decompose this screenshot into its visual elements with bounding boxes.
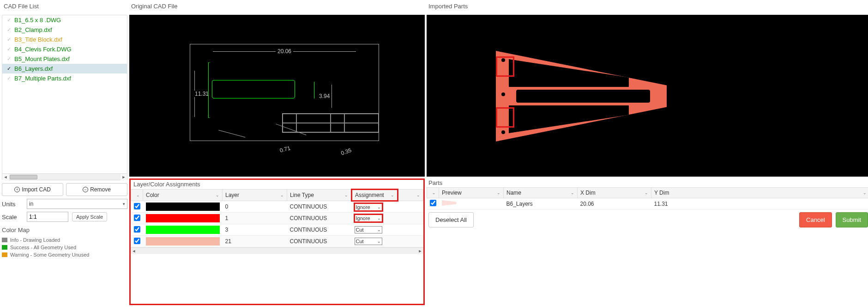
layer-name-cell: 3 (223, 224, 287, 236)
original-cad-viewport[interactable]: 20.06 11.31 3.94 ⌀ 0.35 ⌀ 0.71 (129, 15, 425, 177)
chevron-down-icon: ⌄ (377, 205, 381, 209)
parts-th-xdim[interactable]: X Dim⌄ (578, 188, 651, 198)
layer-th-blank[interactable]: ⌄ (398, 190, 423, 201)
scroll-thumb[interactable] (10, 175, 37, 179)
layer-table-scrollbar[interactable]: ◄ ► (131, 247, 423, 254)
parts-th-check[interactable]: ⌄ (427, 188, 439, 198)
layer-linetype-cell: CONTINUOUS (287, 213, 352, 224)
units-select[interactable]: in ▾ (27, 199, 127, 209)
file-item[interactable]: ✓B2_Clamp.dxf (2, 25, 127, 35)
layer-row-checkbox[interactable] (134, 203, 140, 209)
scroll-left-icon[interactable]: ◄ (2, 174, 9, 180)
legend-swatch (2, 252, 7, 257)
chevron-down-icon: ⌄ (391, 193, 394, 197)
file-item-label: B7_Multiple Parts.dxf (14, 75, 71, 82)
chevron-down-icon: ⌄ (416, 193, 420, 197)
apply-scale-button[interactable]: Apply Scale (72, 212, 107, 221)
layer-panel-title: Layer/Color Assignments (131, 180, 423, 189)
layer-th-check[interactable]: ⌄ (131, 190, 143, 201)
scroll-right-icon[interactable]: ► (417, 249, 423, 253)
layer-color-swatch (146, 214, 220, 222)
parts-th-ydim[interactable]: Y Dim⌄ (651, 188, 868, 198)
cad-part-slot (212, 80, 295, 98)
check-icon: ✓ (6, 27, 12, 33)
check-icon: ✓ (6, 56, 12, 62)
file-item[interactable]: ✓B1_6.5 x 8 .DWG (2, 15, 127, 25)
file-item[interactable]: ✓B5_Mount Plates.dxf (2, 54, 127, 64)
legend-label: Warning - Some Geometry Unused (10, 252, 89, 258)
file-item-label: B6_Layers.dxf (14, 65, 53, 72)
plus-icon: + (14, 187, 20, 192)
import-cad-button[interactable]: + Import CAD (2, 183, 63, 196)
layer-row-checkbox[interactable] (134, 238, 140, 244)
layer-th-layer[interactable]: Layer⌄ (223, 190, 287, 201)
file-item-label: B1_6.5 x 8 .DWG (14, 17, 61, 24)
file-item-label: B2_Clamp.dxf (14, 26, 52, 33)
parts-th-preview[interactable]: Preview⌄ (439, 188, 504, 198)
parts-row-checkbox[interactable] (430, 200, 436, 206)
imported-part-shape (496, 51, 667, 141)
chevron-down-icon: ⌄ (377, 239, 381, 244)
parts-row: B6_Layers20.0611.31 (427, 198, 868, 209)
highlight-box-bottom (496, 107, 514, 128)
layer-th-color[interactable]: Color⌄ (143, 190, 223, 201)
assignment-select[interactable]: Ignore⌄ (355, 215, 382, 222)
layer-linetype-cell: CONTINUOUS (287, 224, 352, 236)
chevron-down-icon: ⌄ (216, 193, 219, 197)
cancel-button[interactable]: Cancel (799, 212, 832, 227)
layer-th-linetype[interactable]: Line Type⌄ (287, 190, 352, 201)
layer-linetype-cell: CONTINUOUS (287, 201, 352, 213)
file-item[interactable]: ✓B4_Clevis Fork.DWG (2, 44, 127, 54)
file-list-scrollbar[interactable]: ◄ ► (2, 173, 127, 180)
check-icon: ✓ (6, 47, 12, 52)
file-item[interactable]: ✓B6_Layers.dxf (2, 64, 127, 74)
file-list: ✓B1_6.5 x 8 .DWG✓B2_Clamp.dxf✓B3_Title B… (2, 15, 127, 180)
color-map-title: Color Map (2, 227, 127, 233)
file-item-label: B3_Title Block.dxf (14, 36, 62, 43)
part-xdim-cell: 20.06 (578, 198, 651, 209)
legend-item: Success - All Geometry Used (2, 244, 127, 251)
layer-assignments-panel: Layer/Color Assignments ⌄ Color⌄ Layer⌄ … (129, 178, 425, 305)
layer-row-checkbox[interactable] (134, 215, 140, 221)
layer-color-swatch (146, 237, 220, 246)
layer-th-assignment[interactable]: Assignment⌄ (352, 190, 398, 201)
assignment-value: Ignore (356, 215, 370, 221)
import-cad-label: Import CAD (22, 186, 51, 193)
cad-dim-width: 20.06 (213, 51, 356, 58)
file-item[interactable]: ✓B3_Title Block.dxf (2, 35, 127, 44)
parts-title: Parts (427, 178, 868, 187)
scroll-right-icon[interactable]: ► (121, 174, 127, 180)
legend-label: Success - All Geometry Used (10, 245, 76, 250)
assignment-select[interactable]: Ignore⌄ (355, 203, 382, 211)
remove-button[interactable]: − Remove (66, 183, 127, 196)
layer-row-checkbox[interactable] (134, 226, 140, 233)
remove-label: Remove (90, 186, 111, 193)
assignment-value: Ignore (356, 204, 370, 210)
chevron-down-icon: ⌄ (497, 190, 500, 195)
layer-name-cell: 21 (223, 236, 287, 247)
legend-item: Warning - Some Geometry Unused (2, 251, 127, 258)
check-icon: ✓ (6, 18, 12, 23)
units-value: in (29, 201, 33, 207)
color-map-legend: Info - Drawing LoadedSuccess - All Geome… (2, 236, 127, 258)
scale-input[interactable] (27, 212, 68, 222)
layer-row: 1CONTINUOUSIgnore⌄ (131, 213, 423, 224)
chevron-down-icon: ⌄ (377, 216, 381, 221)
legend-item: Info - Drawing Loaded (2, 236, 127, 244)
submit-button[interactable]: Submit (836, 212, 868, 227)
scroll-left-icon[interactable]: ◄ (131, 249, 137, 253)
file-item[interactable]: ✓B7_Multiple Parts.dxf (2, 74, 127, 83)
layer-name-cell: 1 (223, 213, 287, 224)
chevron-down-icon: ⌄ (863, 190, 867, 195)
chevron-down-icon: ⌄ (645, 190, 648, 195)
layer-row: 21CONTINUOUSCut⌄ (131, 236, 423, 247)
layer-color-swatch (146, 203, 220, 211)
deselect-all-button[interactable]: Deselect All (428, 212, 474, 227)
chevron-down-icon: ▾ (123, 202, 125, 206)
assignment-select[interactable]: Cut⌄ (355, 226, 382, 233)
layer-color-swatch (146, 226, 220, 234)
imported-parts-viewport[interactable] (427, 15, 868, 177)
layer-name-cell: 0 (223, 201, 287, 213)
parts-th-name[interactable]: Name⌄ (504, 188, 578, 198)
assignment-select[interactable]: Cut⌄ (355, 238, 382, 245)
